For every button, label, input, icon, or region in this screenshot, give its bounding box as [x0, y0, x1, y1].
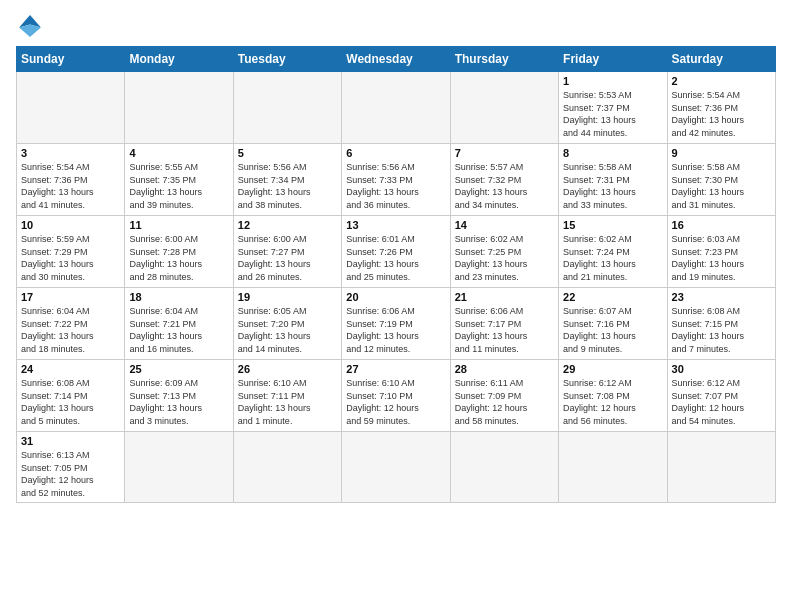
day-number: 2 [672, 75, 771, 87]
day-info: Sunrise: 5:53 AMSunset: 7:37 PMDaylight:… [563, 89, 662, 139]
week-row-3: 10Sunrise: 5:59 AMSunset: 7:29 PMDayligh… [17, 216, 776, 288]
day-info: Sunrise: 6:10 AMSunset: 7:10 PMDaylight:… [346, 377, 445, 427]
day-info: Sunrise: 6:06 AMSunset: 7:19 PMDaylight:… [346, 305, 445, 355]
weekday-header-saturday: Saturday [667, 47, 775, 72]
week-row-2: 3Sunrise: 5:54 AMSunset: 7:36 PMDaylight… [17, 144, 776, 216]
day-info: Sunrise: 5:57 AMSunset: 7:32 PMDaylight:… [455, 161, 554, 211]
day-info: Sunrise: 5:58 AMSunset: 7:31 PMDaylight:… [563, 161, 662, 211]
calendar-cell: 22Sunrise: 6:07 AMSunset: 7:16 PMDayligh… [559, 288, 667, 360]
calendar-cell: 2Sunrise: 5:54 AMSunset: 7:36 PMDaylight… [667, 72, 775, 144]
calendar-cell: 19Sunrise: 6:05 AMSunset: 7:20 PMDayligh… [233, 288, 341, 360]
day-info: Sunrise: 5:58 AMSunset: 7:30 PMDaylight:… [672, 161, 771, 211]
day-info: Sunrise: 6:01 AMSunset: 7:26 PMDaylight:… [346, 233, 445, 283]
day-number: 10 [21, 219, 120, 231]
calendar-cell: 8Sunrise: 5:58 AMSunset: 7:31 PMDaylight… [559, 144, 667, 216]
calendar-cell: 1Sunrise: 5:53 AMSunset: 7:37 PMDaylight… [559, 72, 667, 144]
calendar-cell: 29Sunrise: 6:12 AMSunset: 7:08 PMDayligh… [559, 360, 667, 432]
day-info: Sunrise: 6:04 AMSunset: 7:21 PMDaylight:… [129, 305, 228, 355]
calendar-cell: 17Sunrise: 6:04 AMSunset: 7:22 PMDayligh… [17, 288, 125, 360]
day-info: Sunrise: 5:56 AMSunset: 7:34 PMDaylight:… [238, 161, 337, 211]
day-number: 19 [238, 291, 337, 303]
day-number: 16 [672, 219, 771, 231]
weekday-header-sunday: Sunday [17, 47, 125, 72]
calendar-cell: 27Sunrise: 6:10 AMSunset: 7:10 PMDayligh… [342, 360, 450, 432]
calendar-cell: 4Sunrise: 5:55 AMSunset: 7:35 PMDaylight… [125, 144, 233, 216]
day-number: 26 [238, 363, 337, 375]
day-number: 24 [21, 363, 120, 375]
day-number: 11 [129, 219, 228, 231]
day-info: Sunrise: 6:00 AMSunset: 7:27 PMDaylight:… [238, 233, 337, 283]
day-info: Sunrise: 5:54 AMSunset: 7:36 PMDaylight:… [21, 161, 120, 211]
day-info: Sunrise: 6:11 AMSunset: 7:09 PMDaylight:… [455, 377, 554, 427]
day-number: 22 [563, 291, 662, 303]
calendar-cell: 23Sunrise: 6:08 AMSunset: 7:15 PMDayligh… [667, 288, 775, 360]
day-number: 6 [346, 147, 445, 159]
day-number: 3 [21, 147, 120, 159]
calendar-cell: 12Sunrise: 6:00 AMSunset: 7:27 PMDayligh… [233, 216, 341, 288]
calendar-cell: 3Sunrise: 5:54 AMSunset: 7:36 PMDaylight… [17, 144, 125, 216]
day-info: Sunrise: 6:09 AMSunset: 7:13 PMDaylight:… [129, 377, 228, 427]
week-row-1: 1Sunrise: 5:53 AMSunset: 7:37 PMDaylight… [17, 72, 776, 144]
calendar-cell: 28Sunrise: 6:11 AMSunset: 7:09 PMDayligh… [450, 360, 558, 432]
day-info: Sunrise: 6:07 AMSunset: 7:16 PMDaylight:… [563, 305, 662, 355]
day-number: 17 [21, 291, 120, 303]
calendar-cell: 7Sunrise: 5:57 AMSunset: 7:32 PMDaylight… [450, 144, 558, 216]
day-info: Sunrise: 6:10 AMSunset: 7:11 PMDaylight:… [238, 377, 337, 427]
day-info: Sunrise: 6:02 AMSunset: 7:25 PMDaylight:… [455, 233, 554, 283]
calendar-cell [342, 432, 450, 503]
day-info: Sunrise: 5:59 AMSunset: 7:29 PMDaylight:… [21, 233, 120, 283]
calendar-cell [17, 72, 125, 144]
calendar-cell [667, 432, 775, 503]
logo-icon [16, 12, 44, 40]
header [16, 12, 776, 40]
day-number: 31 [21, 435, 120, 447]
day-number: 29 [563, 363, 662, 375]
calendar-cell: 6Sunrise: 5:56 AMSunset: 7:33 PMDaylight… [342, 144, 450, 216]
calendar-cell [450, 72, 558, 144]
calendar-cell: 11Sunrise: 6:00 AMSunset: 7:28 PMDayligh… [125, 216, 233, 288]
calendar-cell: 15Sunrise: 6:02 AMSunset: 7:24 PMDayligh… [559, 216, 667, 288]
calendar-cell: 18Sunrise: 6:04 AMSunset: 7:21 PMDayligh… [125, 288, 233, 360]
week-row-5: 24Sunrise: 6:08 AMSunset: 7:14 PMDayligh… [17, 360, 776, 432]
calendar-cell: 14Sunrise: 6:02 AMSunset: 7:25 PMDayligh… [450, 216, 558, 288]
calendar-cell [125, 72, 233, 144]
day-info: Sunrise: 5:55 AMSunset: 7:35 PMDaylight:… [129, 161, 228, 211]
logo [16, 12, 48, 40]
calendar-cell [233, 72, 341, 144]
day-number: 15 [563, 219, 662, 231]
day-info: Sunrise: 6:12 AMSunset: 7:07 PMDaylight:… [672, 377, 771, 427]
calendar-cell [233, 432, 341, 503]
day-number: 21 [455, 291, 554, 303]
day-info: Sunrise: 6:12 AMSunset: 7:08 PMDaylight:… [563, 377, 662, 427]
calendar-cell [559, 432, 667, 503]
day-info: Sunrise: 5:56 AMSunset: 7:33 PMDaylight:… [346, 161, 445, 211]
day-number: 25 [129, 363, 228, 375]
calendar-cell: 16Sunrise: 6:03 AMSunset: 7:23 PMDayligh… [667, 216, 775, 288]
day-info: Sunrise: 6:06 AMSunset: 7:17 PMDaylight:… [455, 305, 554, 355]
day-info: Sunrise: 5:54 AMSunset: 7:36 PMDaylight:… [672, 89, 771, 139]
day-number: 8 [563, 147, 662, 159]
calendar-cell [125, 432, 233, 503]
calendar-cell [450, 432, 558, 503]
day-number: 12 [238, 219, 337, 231]
calendar-cell: 9Sunrise: 5:58 AMSunset: 7:30 PMDaylight… [667, 144, 775, 216]
weekday-header-wednesday: Wednesday [342, 47, 450, 72]
calendar-cell: 10Sunrise: 5:59 AMSunset: 7:29 PMDayligh… [17, 216, 125, 288]
weekday-header-thursday: Thursday [450, 47, 558, 72]
day-info: Sunrise: 6:08 AMSunset: 7:15 PMDaylight:… [672, 305, 771, 355]
day-number: 1 [563, 75, 662, 87]
day-info: Sunrise: 6:02 AMSunset: 7:24 PMDaylight:… [563, 233, 662, 283]
day-number: 27 [346, 363, 445, 375]
calendar-cell: 30Sunrise: 6:12 AMSunset: 7:07 PMDayligh… [667, 360, 775, 432]
day-number: 13 [346, 219, 445, 231]
day-info: Sunrise: 6:05 AMSunset: 7:20 PMDaylight:… [238, 305, 337, 355]
calendar-cell: 20Sunrise: 6:06 AMSunset: 7:19 PMDayligh… [342, 288, 450, 360]
day-number: 5 [238, 147, 337, 159]
calendar-cell: 25Sunrise: 6:09 AMSunset: 7:13 PMDayligh… [125, 360, 233, 432]
weekday-header-row: SundayMondayTuesdayWednesdayThursdayFrid… [17, 47, 776, 72]
day-number: 23 [672, 291, 771, 303]
weekday-header-tuesday: Tuesday [233, 47, 341, 72]
day-number: 28 [455, 363, 554, 375]
day-number: 9 [672, 147, 771, 159]
day-number: 18 [129, 291, 228, 303]
